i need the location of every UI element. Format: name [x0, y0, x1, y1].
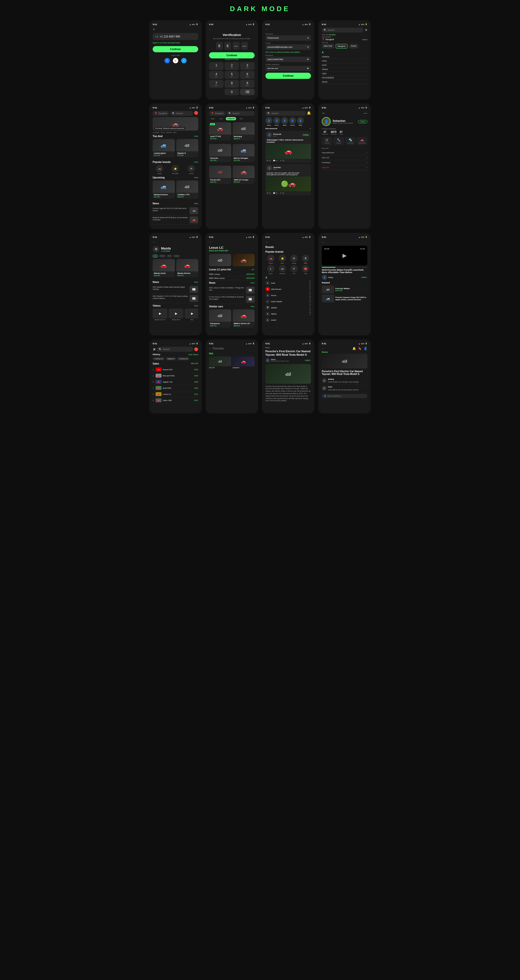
- continue-button-s1[interactable]: Continue: [153, 46, 198, 52]
- search-bar-home[interactable]: 🔍Search: [170, 111, 193, 116]
- clear-history-button[interactable]: Clear History: [189, 354, 198, 355]
- brands-more[interactable]: More: [194, 161, 198, 163]
- filter-hot[interactable]: Hot: [153, 255, 158, 258]
- like-icon-2[interactable]: ❤ 18: [266, 192, 271, 194]
- cat-giulia[interactable]: 🏎 Giulia: [153, 132, 159, 134]
- mazda-videos-more[interactable]: More: [194, 305, 198, 307]
- hot-car-1[interactable]: 🏎 911 GT: [209, 356, 231, 369]
- close-icon-s4[interactable]: ✕: [365, 29, 367, 32]
- detect-button[interactable]: Detect: [362, 39, 367, 40]
- sales-car-6[interactable]: 6 🚗 Volvo S90 $472: [153, 397, 198, 404]
- user-palmer[interactable]: 👤 Palmer: [289, 117, 296, 126]
- menu-auto-parts[interactable]: 🔩 Auto parts: [345, 137, 356, 145]
- user-midel[interactable]: 👤 Midel: [281, 117, 288, 126]
- filter-sedan[interactable]: Sedan: [159, 255, 165, 258]
- menu-driving[interactable]: 🚗 Driving skills: [357, 137, 367, 145]
- lexus-news-more[interactable]: More: [250, 282, 255, 284]
- num-6[interactable]: 6MNO: [240, 71, 255, 79]
- search-bar-s4[interactable]: 🔍 Search: [322, 28, 363, 33]
- brand-grid-mercedes[interactable]: ⭐Merc: [277, 255, 288, 264]
- location-bar-catalog[interactable]: 📍Bangkok: [209, 111, 225, 116]
- view-icon-2[interactable]: 👁 96: [280, 192, 284, 194]
- num-3[interactable]: 3DEF: [240, 62, 255, 70]
- brand-grid-bmw[interactable]: BBMW: [300, 255, 311, 264]
- top-deal-more[interactable]: More: [194, 135, 198, 137]
- resend-text[interactable]: Resend in 54 Sec: [209, 59, 255, 60]
- city-pill-rome[interactable]: Rome: [349, 44, 358, 49]
- tab-hot[interactable]: Hot: [219, 117, 224, 120]
- news-more[interactable]: More: [194, 203, 198, 204]
- car-amg[interactable]: 🚗 AMG GT Coupe $69,900: [233, 165, 255, 184]
- brand-toyota[interactable]: 🚗 Toyota: [153, 165, 166, 174]
- back-arrow-s2[interactable]: ←: [209, 28, 255, 31]
- continue-button-s2[interactable]: Continue: [209, 52, 255, 59]
- car-morris[interactable]: 🚙 Morris Garages $14,900: [233, 144, 255, 162]
- feedback-item[interactable]: Feedback›: [322, 160, 367, 165]
- view-icon[interactable]: 👁 58: [280, 160, 284, 162]
- num-0[interactable]: 0: [225, 89, 239, 95]
- city-aichi[interactable]: Aichi: [322, 63, 367, 67]
- logout-item[interactable]: Log Out›: [322, 165, 367, 170]
- video-mazda-3[interactable]: ▶: [185, 309, 198, 318]
- city-aries[interactable]: Aries: [322, 59, 367, 63]
- back-arrow-brands[interactable]: ←: [265, 240, 311, 244]
- user-abbey[interactable]: 👤 Abbey: [265, 117, 272, 126]
- like-icon[interactable]: ❤ 34: [266, 160, 271, 162]
- car-mazda-enclave[interactable]: 🚙 Mazda Enclave $31,500: [153, 180, 175, 199]
- brand-arash[interactable]: A Arash: [265, 317, 308, 323]
- chip-1[interactable]: 3 Series Gt: [153, 357, 165, 360]
- num-5[interactable]: 5JKL: [225, 71, 239, 79]
- back-arrow-lexus[interactable]: ←: [209, 240, 255, 244]
- back-arrow-mazda[interactable]: ←: [153, 240, 198, 244]
- mazda-news-1[interactable]: 2021 Mazda 6 sedan adds standard Apple C…: [153, 285, 198, 294]
- mazda-axela[interactable]: 🚗 Mazda Axela $33,080: [153, 259, 175, 277]
- sales-car-2[interactable]: 2 🚗 McLaren720c $404: [153, 373, 198, 379]
- brand-mercedes[interactable]: ⭐ Mercedes: [168, 165, 182, 174]
- google-icon[interactable]: G: [173, 58, 178, 64]
- otp-box-4[interactable]: —: [241, 42, 248, 50]
- cat-rxa[interactable]: RXA: [173, 132, 176, 134]
- sales-car-3[interactable]: 3 🚗 Jaguar XJL $383: [153, 379, 198, 385]
- brand-grid-vw[interactable]: VVW: [289, 265, 300, 274]
- phone-input[interactable]: +1 +1 123 4567 890: [153, 33, 198, 40]
- tab-featured[interactable]: Featured: [226, 117, 236, 120]
- num-9[interactable]: 9WXYZ: [240, 80, 255, 88]
- car-huracan[interactable]: 🏎 Huracán $67,500: [209, 144, 231, 162]
- num-2[interactable]: 2ABC: [225, 62, 239, 70]
- comment-input[interactable]: 👤 Say something...: [322, 394, 367, 398]
- search-bar-feed[interactable]: 🔍Search: [265, 111, 306, 116]
- car-mustang[interactable]: 🏎 Mustang $38,670: [233, 122, 255, 140]
- brand-grid-porsche[interactable]: 🏎Porsche: [277, 265, 288, 274]
- video-mazda-1[interactable]: ▶: [153, 309, 167, 318]
- otp-box-1[interactable]: 8: [216, 42, 223, 50]
- video-progress-bar[interactable]: [322, 267, 367, 268]
- continue-button-s3[interactable]: Continue: [265, 73, 311, 79]
- article-follow-btn[interactable]: Follow: [304, 360, 311, 361]
- city-pill-ny[interactable]: New York: [322, 44, 334, 49]
- num-1[interactable]: 1: [209, 62, 224, 70]
- related-cayenne[interactable]: 🚙 Porsche Cayenne Coupe SUV 2020 in-dept…: [322, 294, 367, 302]
- review-tab[interactable]: Review: [322, 351, 367, 353]
- back-arrow-video[interactable]: ←: [322, 240, 367, 244]
- recommend-more[interactable]: ▸: [310, 128, 311, 130]
- more-options-icon[interactable]: ⋯: [363, 111, 367, 116]
- notif-red-dot[interactable]: 🔴: [194, 347, 198, 351]
- brand-grid-toyota[interactable]: 🚗Toyota: [265, 255, 276, 264]
- close-icon[interactable]: ✕: [153, 28, 198, 31]
- news-item-2[interactable]: Maserati Teases MC20 Body & Curves Ahead…: [153, 215, 198, 224]
- mazda-news-more[interactable]: More: [194, 281, 198, 283]
- password-input[interactable]: asd1234567892👁: [265, 57, 311, 62]
- brand-aston-martin[interactable]: — Aston Martin: [265, 299, 308, 305]
- back-arrow-s3[interactable]: ←: [265, 28, 311, 31]
- sales-car-4[interactable]: 4 🚗 Audi RS6 $284: [153, 385, 198, 391]
- follow-button[interactable]: Follow: [358, 120, 367, 123]
- lexus-news-1[interactable]: 2021 Lexus LC 500 Convertible: 7 Things …: [209, 286, 255, 295]
- sales-car-1[interactable]: 1 🚗 Acura CDX $933: [153, 366, 198, 373]
- twitter-icon[interactable]: t: [181, 58, 187, 64]
- cat-gtr[interactable]: GT-R: [161, 132, 165, 134]
- chip-3[interactable]: 3 Series Gt: [177, 357, 189, 360]
- video-follow-btn[interactable]: Follow: [361, 276, 367, 278]
- brand-grid-lexus[interactable]: LLexus: [265, 265, 276, 274]
- tab-discount[interactable]: Disc: [238, 117, 244, 120]
- video-mazda-2[interactable]: ▶: [169, 309, 184, 318]
